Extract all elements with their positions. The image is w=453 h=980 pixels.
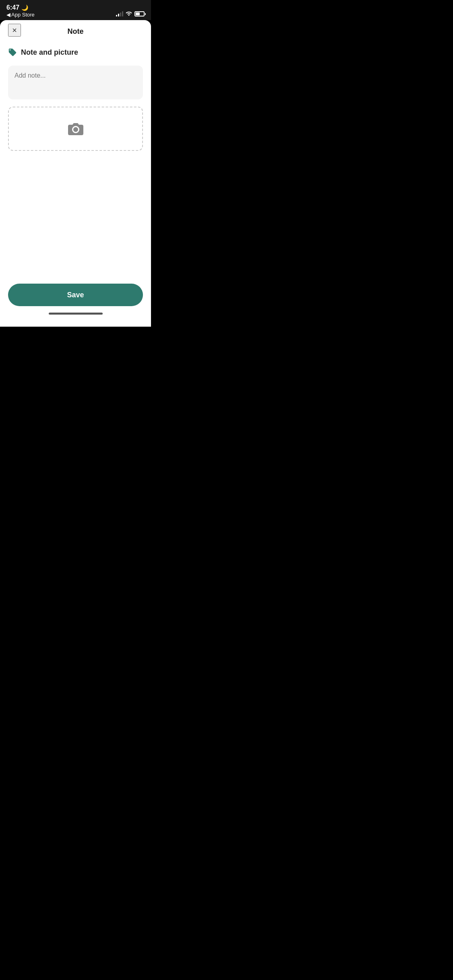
wifi-icon: [126, 11, 132, 17]
moon-icon: 🌙: [21, 4, 28, 11]
signal-bar-2: [118, 14, 119, 16]
back-chevron-icon: ◀: [6, 12, 10, 18]
time-display: 6:47: [6, 4, 19, 11]
battery-icon: [134, 11, 145, 16]
status-time: 6:47 🌙: [6, 4, 35, 11]
close-button[interactable]: ×: [8, 24, 21, 37]
home-indicator: [49, 313, 103, 315]
save-button[interactable]: Save: [8, 284, 143, 306]
section-title: Note and picture: [21, 48, 78, 57]
signal-bar-3: [120, 12, 121, 16]
photo-upload-area[interactable]: [8, 107, 143, 151]
signal-bar-1: [116, 15, 117, 16]
signal-bar-4: [122, 11, 123, 16]
bottom-area: Save: [0, 276, 151, 327]
main-content: × Note Note and picture: [0, 20, 151, 327]
close-icon: ×: [12, 26, 17, 34]
status-right: [116, 11, 145, 18]
signal-icon: [116, 11, 123, 16]
section-label: Note and picture: [8, 48, 143, 57]
note-input-wrapper[interactable]: [8, 66, 143, 99]
battery-fill: [136, 12, 140, 15]
back-label: App Store: [11, 12, 35, 18]
status-left: 6:47 🌙 ◀ App Store: [6, 4, 35, 18]
spacer: [0, 162, 151, 276]
page-title: Note: [68, 27, 84, 36]
back-navigation[interactable]: ◀ App Store: [6, 12, 35, 18]
content-area: Note and picture: [0, 40, 151, 162]
camera-icon: [67, 121, 84, 136]
status-bar: 6:47 🌙 ◀ App Store: [0, 0, 151, 20]
note-input[interactable]: [14, 72, 137, 91]
tag-icon: [8, 48, 17, 57]
nav-bar: × Note: [0, 20, 151, 40]
